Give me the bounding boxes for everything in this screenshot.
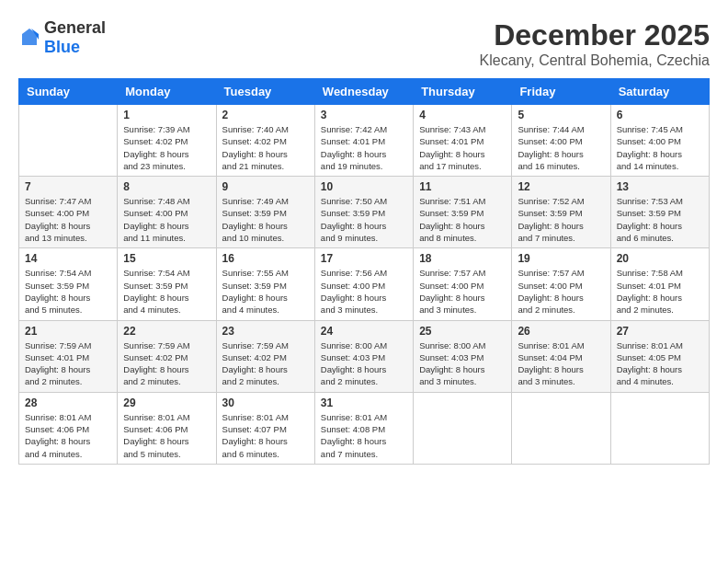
- day-info: Sunrise: 8:01 AM Sunset: 4:06 PM Dayligh…: [25, 411, 111, 460]
- calendar-cell: 4Sunrise: 7:43 AM Sunset: 4:01 PM Daylig…: [414, 105, 512, 177]
- day-number: 20: [617, 252, 703, 265]
- day-info: Sunrise: 8:00 AM Sunset: 4:03 PM Dayligh…: [419, 339, 506, 388]
- day-number: 16: [222, 252, 309, 265]
- day-number: 21: [25, 325, 111, 338]
- calendar-cell: 30Sunrise: 8:01 AM Sunset: 4:07 PM Dayli…: [216, 392, 314, 464]
- day-info: Sunrise: 7:44 AM Sunset: 4:00 PM Dayligh…: [518, 123, 604, 172]
- day-number: 3: [321, 109, 407, 121]
- day-number: 14: [25, 252, 111, 265]
- weekday-header-friday: Friday: [512, 79, 610, 105]
- calendar-cell: 31Sunrise: 8:01 AM Sunset: 4:08 PM Dayli…: [314, 392, 413, 464]
- calendar-cell: 15Sunrise: 7:54 AM Sunset: 3:59 PM Dayli…: [118, 248, 216, 320]
- weekday-header-tuesday: Tuesday: [216, 79, 314, 105]
- calendar-cell: 17Sunrise: 7:56 AM Sunset: 4:00 PM Dayli…: [314, 248, 413, 320]
- weekday-header-wednesday: Wednesday: [314, 79, 413, 105]
- calendar-cell: 21Sunrise: 7:59 AM Sunset: 4:01 PM Dayli…: [19, 320, 118, 392]
- title-area: December 2025 Klecany, Central Bohemia, …: [480, 18, 711, 69]
- day-info: Sunrise: 7:47 AM Sunset: 4:00 PM Dayligh…: [25, 195, 111, 244]
- day-info: Sunrise: 8:01 AM Sunset: 4:05 PM Dayligh…: [617, 339, 703, 388]
- day-number: 4: [419, 109, 506, 121]
- day-info: Sunrise: 7:43 AM Sunset: 4:01 PM Dayligh…: [419, 123, 506, 172]
- calendar-cell: 22Sunrise: 7:59 AM Sunset: 4:02 PM Dayli…: [118, 320, 216, 392]
- calendar-cell: 25Sunrise: 8:00 AM Sunset: 4:03 PM Dayli…: [414, 320, 512, 392]
- day-info: Sunrise: 7:53 AM Sunset: 3:59 PM Dayligh…: [617, 195, 703, 244]
- calendar-cell: 12Sunrise: 7:52 AM Sunset: 3:59 PM Dayli…: [512, 177, 610, 248]
- day-number: 29: [123, 396, 210, 409]
- calendar-cell: 26Sunrise: 8:01 AM Sunset: 4:04 PM Dayli…: [512, 320, 610, 392]
- day-info: Sunrise: 7:42 AM Sunset: 4:01 PM Dayligh…: [321, 123, 407, 172]
- calendar-cell: 6Sunrise: 7:45 AM Sunset: 4:00 PM Daylig…: [610, 105, 709, 177]
- calendar: SundayMondayTuesdayWednesdayThursdayFrid…: [18, 78, 710, 465]
- day-number: 15: [123, 252, 210, 265]
- calendar-week-row: 14Sunrise: 7:54 AM Sunset: 3:59 PM Dayli…: [19, 248, 710, 320]
- day-number: 18: [419, 252, 506, 265]
- day-number: 7: [25, 180, 111, 193]
- calendar-cell: 27Sunrise: 8:01 AM Sunset: 4:05 PM Dayli…: [610, 320, 709, 392]
- day-info: Sunrise: 8:01 AM Sunset: 4:08 PM Dayligh…: [321, 411, 407, 460]
- day-number: 26: [518, 325, 604, 338]
- day-number: 5: [518, 109, 604, 121]
- logo: General Blue: [18, 18, 106, 57]
- day-number: 30: [222, 396, 309, 409]
- calendar-cell: 20Sunrise: 7:58 AM Sunset: 4:01 PM Dayli…: [610, 248, 709, 320]
- calendar-cell: [19, 105, 118, 177]
- calendar-cell: 13Sunrise: 7:53 AM Sunset: 3:59 PM Dayli…: [610, 177, 709, 248]
- logo-icon: [18, 27, 40, 49]
- day-info: Sunrise: 7:51 AM Sunset: 3:59 PM Dayligh…: [419, 195, 506, 244]
- day-info: Sunrise: 7:49 AM Sunset: 3:59 PM Dayligh…: [222, 195, 309, 244]
- day-number: 28: [25, 396, 111, 409]
- calendar-cell: 24Sunrise: 8:00 AM Sunset: 4:03 PM Dayli…: [314, 320, 413, 392]
- weekday-header-sunday: Sunday: [19, 79, 118, 105]
- day-info: Sunrise: 8:01 AM Sunset: 4:04 PM Dayligh…: [518, 339, 604, 388]
- calendar-week-row: 1Sunrise: 7:39 AM Sunset: 4:02 PM Daylig…: [19, 105, 710, 177]
- calendar-week-row: 7Sunrise: 7:47 AM Sunset: 4:00 PM Daylig…: [19, 177, 710, 248]
- weekday-header-row: SundayMondayTuesdayWednesdayThursdayFrid…: [19, 79, 710, 105]
- calendar-cell: 1Sunrise: 7:39 AM Sunset: 4:02 PM Daylig…: [118, 105, 216, 177]
- day-info: Sunrise: 8:00 AM Sunset: 4:03 PM Dayligh…: [321, 339, 407, 388]
- day-info: Sunrise: 7:54 AM Sunset: 3:59 PM Dayligh…: [25, 267, 111, 316]
- day-number: 27: [617, 325, 703, 338]
- calendar-cell: 11Sunrise: 7:51 AM Sunset: 3:59 PM Dayli…: [414, 177, 512, 248]
- logo-blue: Blue: [44, 38, 80, 56]
- calendar-cell: 18Sunrise: 7:57 AM Sunset: 4:00 PM Dayli…: [414, 248, 512, 320]
- day-info: Sunrise: 7:59 AM Sunset: 4:02 PM Dayligh…: [123, 339, 210, 388]
- day-info: Sunrise: 7:55 AM Sunset: 3:59 PM Dayligh…: [222, 267, 309, 316]
- weekday-header-saturday: Saturday: [610, 79, 709, 105]
- header: General Blue December 2025 Klecany, Cent…: [18, 18, 710, 69]
- day-info: Sunrise: 7:52 AM Sunset: 3:59 PM Dayligh…: [518, 195, 604, 244]
- day-number: 6: [617, 109, 703, 121]
- calendar-cell: 23Sunrise: 7:59 AM Sunset: 4:02 PM Dayli…: [216, 320, 314, 392]
- weekday-header-thursday: Thursday: [414, 79, 512, 105]
- location-title: Klecany, Central Bohemia, Czechia: [480, 52, 711, 69]
- month-title: December 2025: [480, 18, 711, 52]
- calendar-cell: [512, 392, 610, 464]
- calendar-week-row: 28Sunrise: 8:01 AM Sunset: 4:06 PM Dayli…: [19, 392, 710, 464]
- logo-general: General: [44, 18, 106, 37]
- day-info: Sunrise: 7:57 AM Sunset: 4:00 PM Dayligh…: [518, 267, 604, 316]
- day-info: Sunrise: 7:54 AM Sunset: 3:59 PM Dayligh…: [123, 267, 210, 316]
- day-info: Sunrise: 7:57 AM Sunset: 4:00 PM Dayligh…: [419, 267, 506, 316]
- calendar-cell: [414, 392, 512, 464]
- day-number: 8: [123, 180, 210, 193]
- day-info: Sunrise: 7:39 AM Sunset: 4:02 PM Dayligh…: [123, 123, 210, 172]
- calendar-cell: 2Sunrise: 7:40 AM Sunset: 4:02 PM Daylig…: [216, 105, 314, 177]
- day-number: 31: [321, 396, 407, 409]
- day-info: Sunrise: 7:59 AM Sunset: 4:01 PM Dayligh…: [25, 339, 111, 388]
- calendar-cell: 28Sunrise: 8:01 AM Sunset: 4:06 PM Dayli…: [19, 392, 118, 464]
- calendar-cell: 10Sunrise: 7:50 AM Sunset: 3:59 PM Dayli…: [314, 177, 413, 248]
- day-info: Sunrise: 7:59 AM Sunset: 4:02 PM Dayligh…: [222, 339, 309, 388]
- day-info: Sunrise: 7:48 AM Sunset: 4:00 PM Dayligh…: [123, 195, 210, 244]
- day-info: Sunrise: 7:58 AM Sunset: 4:01 PM Dayligh…: [617, 267, 703, 316]
- day-info: Sunrise: 7:56 AM Sunset: 4:00 PM Dayligh…: [321, 267, 407, 316]
- day-number: 22: [123, 325, 210, 338]
- calendar-cell: 16Sunrise: 7:55 AM Sunset: 3:59 PM Dayli…: [216, 248, 314, 320]
- day-info: Sunrise: 7:50 AM Sunset: 3:59 PM Dayligh…: [321, 195, 407, 244]
- calendar-cell: 3Sunrise: 7:42 AM Sunset: 4:01 PM Daylig…: [314, 105, 413, 177]
- day-number: 1: [123, 109, 210, 121]
- weekday-header-monday: Monday: [118, 79, 216, 105]
- calendar-cell: 29Sunrise: 8:01 AM Sunset: 4:06 PM Dayli…: [118, 392, 216, 464]
- day-number: 23: [222, 325, 309, 338]
- calendar-cell: [610, 392, 709, 464]
- day-number: 10: [321, 180, 407, 193]
- day-info: Sunrise: 8:01 AM Sunset: 4:07 PM Dayligh…: [222, 411, 309, 460]
